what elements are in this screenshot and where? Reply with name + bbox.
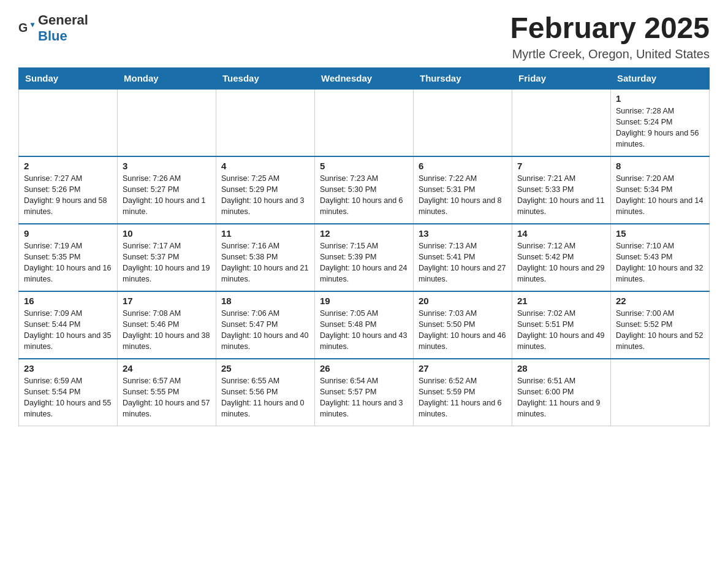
calendar-cell-3-2: 18Sunrise: 7:06 AMSunset: 5:47 PMDayligh… bbox=[216, 291, 315, 359]
day-info: Sunrise: 7:27 AMSunset: 5:26 PMDaylight:… bbox=[24, 173, 112, 218]
header-thursday: Thursday bbox=[414, 67, 512, 89]
calendar-cell-4-1: 24Sunrise: 6:57 AMSunset: 5:55 PMDayligh… bbox=[118, 359, 216, 426]
day-number: 8 bbox=[616, 161, 704, 171]
calendar-cell-4-0: 23Sunrise: 6:59 AMSunset: 5:54 PMDayligh… bbox=[19, 359, 118, 426]
day-info: Sunrise: 7:00 AMSunset: 5:52 PMDaylight:… bbox=[616, 308, 704, 353]
day-info: Sunrise: 7:21 AMSunset: 5:33 PMDaylight:… bbox=[517, 173, 605, 218]
calendar-cell-4-6 bbox=[611, 359, 710, 426]
day-info: Sunrise: 7:12 AMSunset: 5:42 PMDaylight:… bbox=[517, 240, 605, 285]
calendar-cell-1-3: 5Sunrise: 7:23 AMSunset: 5:30 PMDaylight… bbox=[315, 156, 414, 224]
day-number: 17 bbox=[123, 296, 211, 306]
day-info: Sunrise: 7:19 AMSunset: 5:35 PMDaylight:… bbox=[24, 240, 112, 285]
calendar-cell-0-5 bbox=[512, 89, 611, 156]
calendar-cell-1-2: 4Sunrise: 7:25 AMSunset: 5:29 PMDaylight… bbox=[216, 156, 315, 224]
day-info: Sunrise: 6:59 AMSunset: 5:54 PMDaylight:… bbox=[24, 375, 112, 420]
calendar-cell-0-1 bbox=[118, 89, 216, 156]
calendar-table: Sunday Monday Tuesday Wednesday Thursday… bbox=[18, 67, 710, 427]
calendar-cell-0-4 bbox=[414, 89, 512, 156]
day-number: 7 bbox=[517, 161, 605, 171]
calendar-cell-4-5: 28Sunrise: 6:51 AMSunset: 6:00 PMDayligh… bbox=[512, 359, 611, 426]
calendar-cell-3-5: 21Sunrise: 7:02 AMSunset: 5:51 PMDayligh… bbox=[512, 291, 611, 359]
day-info: Sunrise: 7:06 AMSunset: 5:47 PMDaylight:… bbox=[221, 308, 309, 353]
day-number: 10 bbox=[123, 228, 211, 239]
day-info: Sunrise: 7:23 AMSunset: 5:30 PMDaylight:… bbox=[320, 173, 408, 218]
logo: G General Blue bbox=[18, 12, 88, 44]
weekday-header-row: Sunday Monday Tuesday Wednesday Thursday… bbox=[19, 67, 710, 89]
day-info: Sunrise: 7:13 AMSunset: 5:41 PMDaylight:… bbox=[419, 240, 507, 285]
day-number: 20 bbox=[419, 296, 507, 306]
day-info: Sunrise: 7:17 AMSunset: 5:37 PMDaylight:… bbox=[123, 240, 211, 285]
week-row-4: 16Sunrise: 7:09 AMSunset: 5:44 PMDayligh… bbox=[19, 291, 710, 359]
calendar-cell-1-0: 2Sunrise: 7:27 AMSunset: 5:26 PMDaylight… bbox=[19, 156, 118, 224]
day-number: 6 bbox=[419, 161, 507, 171]
day-info: Sunrise: 7:03 AMSunset: 5:50 PMDaylight:… bbox=[419, 308, 507, 353]
day-info: Sunrise: 6:52 AMSunset: 5:59 PMDaylight:… bbox=[419, 375, 507, 420]
day-info: Sunrise: 7:25 AMSunset: 5:29 PMDaylight:… bbox=[221, 173, 309, 218]
header-wednesday: Wednesday bbox=[315, 67, 414, 89]
calendar-cell-3-0: 16Sunrise: 7:09 AMSunset: 5:44 PMDayligh… bbox=[19, 291, 118, 359]
day-number: 14 bbox=[517, 228, 605, 239]
calendar-cell-0-0 bbox=[19, 89, 118, 156]
day-info: Sunrise: 7:10 AMSunset: 5:43 PMDaylight:… bbox=[616, 240, 704, 285]
svg-marker-1 bbox=[31, 23, 35, 28]
calendar-cell-3-3: 19Sunrise: 7:05 AMSunset: 5:48 PMDayligh… bbox=[315, 291, 414, 359]
calendar-cell-1-5: 7Sunrise: 7:21 AMSunset: 5:33 PMDaylight… bbox=[512, 156, 611, 224]
calendar-cell-2-3: 12Sunrise: 7:15 AMSunset: 5:39 PMDayligh… bbox=[315, 224, 414, 291]
calendar-cell-3-6: 22Sunrise: 7:00 AMSunset: 5:52 PMDayligh… bbox=[611, 291, 710, 359]
day-number: 3 bbox=[123, 161, 211, 171]
header-saturday: Saturday bbox=[611, 67, 710, 89]
day-number: 2 bbox=[24, 161, 112, 171]
location-subtitle: Myrtle Creek, Oregon, United States bbox=[510, 47, 710, 61]
day-number: 23 bbox=[24, 363, 112, 373]
calendar-cell-0-6: 1Sunrise: 7:28 AMSunset: 5:24 PMDaylight… bbox=[611, 89, 710, 156]
week-row-3: 9Sunrise: 7:19 AMSunset: 5:35 PMDaylight… bbox=[19, 224, 710, 291]
day-info: Sunrise: 7:08 AMSunset: 5:46 PMDaylight:… bbox=[123, 308, 211, 353]
week-row-2: 2Sunrise: 7:27 AMSunset: 5:26 PMDaylight… bbox=[19, 156, 710, 224]
calendar-cell-4-4: 27Sunrise: 6:52 AMSunset: 5:59 PMDayligh… bbox=[414, 359, 512, 426]
day-number: 28 bbox=[517, 363, 605, 373]
calendar-cell-3-1: 17Sunrise: 7:08 AMSunset: 5:46 PMDayligh… bbox=[118, 291, 216, 359]
day-number: 9 bbox=[24, 228, 112, 239]
day-number: 27 bbox=[419, 363, 507, 373]
day-number: 1 bbox=[616, 93, 704, 104]
day-number: 21 bbox=[517, 296, 605, 306]
day-number: 16 bbox=[24, 296, 112, 306]
calendar-cell-2-6: 15Sunrise: 7:10 AMSunset: 5:43 PMDayligh… bbox=[611, 224, 710, 291]
day-info: Sunrise: 7:02 AMSunset: 5:51 PMDaylight:… bbox=[517, 308, 605, 353]
day-info: Sunrise: 6:57 AMSunset: 5:55 PMDaylight:… bbox=[123, 375, 211, 420]
calendar-cell-1-6: 8Sunrise: 7:20 AMSunset: 5:34 PMDaylight… bbox=[611, 156, 710, 224]
day-number: 18 bbox=[221, 296, 309, 306]
day-number: 15 bbox=[616, 228, 704, 239]
calendar-cell-2-4: 13Sunrise: 7:13 AMSunset: 5:41 PMDayligh… bbox=[414, 224, 512, 291]
day-number: 13 bbox=[419, 228, 507, 239]
day-info: Sunrise: 7:09 AMSunset: 5:44 PMDaylight:… bbox=[24, 308, 112, 353]
calendar-cell-4-2: 25Sunrise: 6:55 AMSunset: 5:56 PMDayligh… bbox=[216, 359, 315, 426]
day-number: 19 bbox=[320, 296, 408, 306]
day-number: 26 bbox=[320, 363, 408, 373]
svg-text:G: G bbox=[18, 21, 28, 34]
day-info: Sunrise: 6:51 AMSunset: 6:00 PMDaylight:… bbox=[517, 375, 605, 420]
calendar-cell-1-1: 3Sunrise: 7:26 AMSunset: 5:27 PMDaylight… bbox=[118, 156, 216, 224]
calendar-cell-0-3 bbox=[315, 89, 414, 156]
calendar-cell-2-1: 10Sunrise: 7:17 AMSunset: 5:37 PMDayligh… bbox=[118, 224, 216, 291]
header-sunday: Sunday bbox=[19, 67, 118, 89]
header-monday: Monday bbox=[118, 67, 216, 89]
calendar-cell-2-0: 9Sunrise: 7:19 AMSunset: 5:35 PMDaylight… bbox=[19, 224, 118, 291]
calendar-cell-2-5: 14Sunrise: 7:12 AMSunset: 5:42 PMDayligh… bbox=[512, 224, 611, 291]
header-friday: Friday bbox=[512, 67, 611, 89]
day-number: 24 bbox=[123, 363, 211, 373]
calendar-cell-1-4: 6Sunrise: 7:22 AMSunset: 5:31 PMDaylight… bbox=[414, 156, 512, 224]
day-number: 4 bbox=[221, 161, 309, 171]
month-title: February 2025 bbox=[510, 12, 710, 45]
week-row-5: 23Sunrise: 6:59 AMSunset: 5:54 PMDayligh… bbox=[19, 359, 710, 426]
day-info: Sunrise: 7:15 AMSunset: 5:39 PMDaylight:… bbox=[320, 240, 408, 285]
calendar-cell-0-2 bbox=[216, 89, 315, 156]
day-info: Sunrise: 6:55 AMSunset: 5:56 PMDaylight:… bbox=[221, 375, 309, 420]
title-block: February 2025 Myrtle Creek, Oregon, Unit… bbox=[510, 12, 710, 61]
day-info: Sunrise: 6:54 AMSunset: 5:57 PMDaylight:… bbox=[320, 375, 408, 420]
day-number: 22 bbox=[616, 296, 704, 306]
day-info: Sunrise: 7:22 AMSunset: 5:31 PMDaylight:… bbox=[419, 173, 507, 218]
calendar-cell-2-2: 11Sunrise: 7:16 AMSunset: 5:38 PMDayligh… bbox=[216, 224, 315, 291]
logo-general-text: General bbox=[38, 12, 88, 28]
week-row-1: 1Sunrise: 7:28 AMSunset: 5:24 PMDaylight… bbox=[19, 89, 710, 156]
